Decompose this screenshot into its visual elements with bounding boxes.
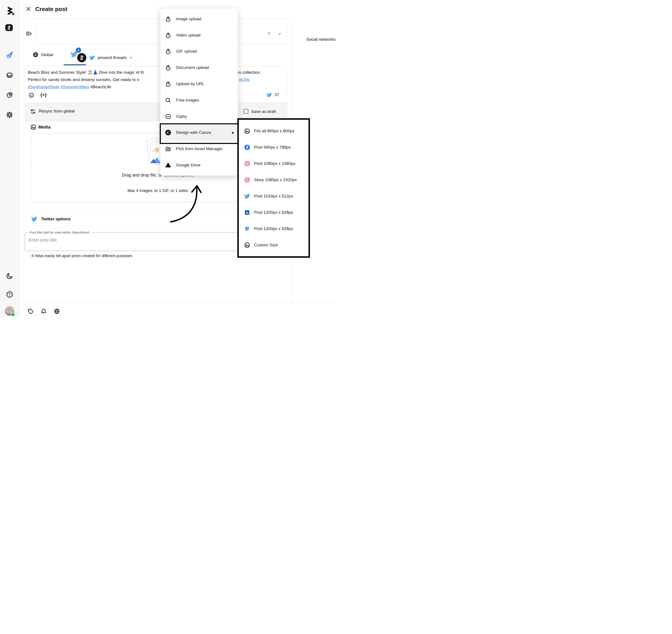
linkedin-icon: in (244, 210, 250, 216)
resync-label[interactable]: Resync from global (39, 109, 75, 114)
submenu-item-linkedin-post[interactable]: in Post 1200px x 628px (239, 204, 308, 221)
facebook-icon (244, 144, 250, 150)
menu-item-upload-by-url[interactable]: Upload by URL (160, 76, 238, 92)
submenu-item-instagram-post[interactable]: Post 1080px x 1080px (239, 155, 308, 172)
post-text-line1: Beach Bliss and Summer Style! 🏖️👗 Dive i… (28, 69, 160, 76)
canva-size-submenu: Fits all 800px x 800px Post 940px x 788p… (237, 118, 310, 258)
inbox-icon[interactable] (6, 72, 13, 79)
tab-twitter-badge: 1 (76, 48, 81, 53)
instagram-icon (244, 177, 250, 183)
post-text-line3: #SunKissedStyle #SummerVibes #BeachLife (28, 83, 111, 91)
post-text-line2: Perfect for sandy strolls and dreamy sun… (28, 76, 160, 83)
menu-item-free-images[interactable]: Free images (160, 92, 238, 108)
emoji-picker-icon[interactable] (29, 93, 34, 98)
submenu-item-facebook-post[interactable]: Post 940px x 788px (239, 139, 308, 155)
social-networks-label: Social networks r (306, 37, 336, 42)
menu-item-gif-upload[interactable]: GIF upload (160, 43, 238, 60)
upload-icon (165, 32, 171, 38)
submenu-item-custom-size[interactable]: Custom Size (239, 237, 308, 253)
tabs-divider (19, 65, 292, 66)
save-draft-checkbox[interactable] (244, 109, 248, 114)
upload-icon (165, 48, 171, 54)
menu-item-image-upload[interactable]: Image upload (160, 11, 238, 27)
bell-icon[interactable] (41, 308, 47, 314)
statusbrew-logo-icon[interactable] (6, 6, 16, 16)
asset-folder-icon (165, 146, 171, 152)
workspace-avatar[interactable] (5, 24, 13, 31)
upload-icon (165, 16, 171, 22)
header-divider (19, 19, 292, 19)
upload-icon (165, 81, 171, 87)
twitter-icon (89, 55, 95, 60)
account-chip[interactable]: pinsand threads × (75, 50, 136, 66)
hashtag-link[interactable]: #SummerVibes (61, 84, 89, 89)
svg-text:?: ? (8, 292, 10, 296)
publish-icon[interactable] (5, 51, 14, 59)
upload-icon (165, 65, 171, 71)
list-expand-icon[interactable] (26, 30, 32, 37)
hashtag-link[interactable]: #SunKissedStyle (28, 84, 60, 89)
create-post-screen: ? Create post (0, 0, 336, 317)
upload-options-menu: Image upload Video upload GIF upload Doc… (160, 8, 238, 176)
remove-account-icon[interactable]: × (130, 55, 132, 60)
menu-item-google-drive[interactable]: Google Drive (160, 157, 238, 173)
menu-item-giphy[interactable]: GIF Giphy (160, 108, 238, 125)
menu-item-document-upload[interactable]: Document upload (160, 59, 238, 76)
post-title-label: Post title (will be used within Statusbr… (28, 230, 91, 234)
gif-icon: GIF (165, 113, 171, 120)
globe-icon[interactable] (54, 308, 60, 314)
media-icon (30, 124, 36, 130)
instagram-icon (244, 161, 250, 167)
reports-pie-icon[interactable] (6, 92, 13, 98)
twitter-options-label: Twitter options (41, 217, 71, 221)
resync-icon[interactable] (30, 108, 36, 115)
clear-selection-icon[interactable]: × (268, 30, 271, 37)
submenu-item-twitter-post[interactable]: Post 1024px x 512px (239, 188, 308, 204)
svg-text:GIF: GIF (167, 116, 170, 118)
account-avatar (77, 53, 86, 62)
settings-gear-icon[interactable] (6, 112, 13, 118)
submenu-arrow-icon: ▶ (232, 131, 234, 134)
help-icon[interactable]: ? (6, 291, 13, 298)
menu-item-design-with-canva[interactable]: C Design with Canva ▶ (160, 125, 238, 141)
post-text-link-tail[interactable]: eChic (239, 76, 250, 83)
svg-text:G: G (247, 228, 249, 230)
tag-icon[interactable] (27, 308, 33, 314)
drag-text: Drag and drop file, or (122, 173, 162, 178)
image-icon (244, 128, 250, 134)
post-title-input[interactable] (28, 237, 201, 243)
dark-mode-moon-icon[interactable] (6, 272, 13, 279)
close-icon[interactable] (26, 6, 31, 12)
google-business-icon: G (244, 226, 250, 232)
account-name: pinsand threads (98, 55, 127, 60)
post-title-helper: It helps easily tell apart posts created… (31, 253, 133, 258)
chevron-down-icon[interactable] (277, 31, 282, 37)
twitter-icon (244, 193, 250, 199)
image-icon (244, 242, 250, 248)
char-count: 37 (275, 92, 279, 97)
sidebar: ? (0, 0, 19, 317)
search-icon (165, 97, 171, 103)
twitter-icon (31, 216, 37, 222)
hashtag-plain: #BeachLife (90, 84, 111, 89)
globe-icon (32, 52, 39, 58)
bottom-divider (19, 303, 336, 303)
menu-item-video-upload[interactable]: Video upload (160, 27, 238, 43)
twitter-icon (267, 92, 272, 98)
svg-text:in: in (246, 211, 249, 214)
submenu-item-google-business-post[interactable]: G Post 1200px x 628px (239, 221, 308, 237)
submenu-item-fits-all[interactable]: Fits all 800px x 800px (239, 123, 308, 139)
tab-global-label: Global (41, 52, 53, 57)
menu-item-asset-manager[interactable]: Pick from Asset Manager (160, 141, 238, 157)
online-status-dot (11, 313, 15, 317)
tab-global[interactable]: Global (32, 52, 53, 58)
submenu-item-instagram-story[interactable]: Story 1080px x 1920px (239, 172, 308, 188)
media-section-title: Media (38, 125, 50, 130)
save-draft-label: Save as draft (251, 109, 276, 114)
svg-text:C: C (167, 130, 169, 135)
variables-icon[interactable]: {+} (40, 92, 47, 98)
post-text-line1-tail: ss collection. (237, 69, 261, 76)
page-title: Create post (35, 6, 67, 13)
canva-icon: C (165, 129, 171, 136)
google-drive-icon (165, 162, 171, 168)
